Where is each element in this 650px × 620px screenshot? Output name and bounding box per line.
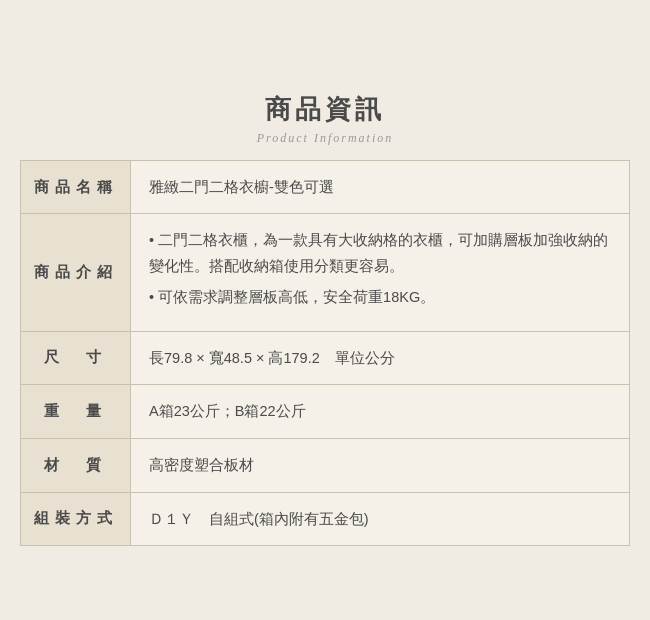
table-row: 商品介紹二門二格衣櫃，為一款具有大收納格的衣櫃，可加購層板加強收納的變化性。搭配…: [21, 214, 630, 331]
row-value: A箱23公斤；B箱22公斤: [131, 385, 630, 439]
row-label: 尺 寸: [21, 331, 131, 385]
table-row: 尺 寸長79.8 × 寬48.5 × 高179.2 單位公分: [21, 331, 630, 385]
product-info-container: 商品資訊 Product Information 商品名稱雅緻二門二格衣櫥-雙色…: [20, 74, 630, 546]
page-subtitle: Product Information: [20, 131, 630, 146]
row-label: 商品介紹: [21, 214, 131, 331]
row-value: 二門二格衣櫃，為一款具有大收納格的衣櫃，可加購層板加強收納的變化性。搭配收納箱使…: [131, 214, 630, 331]
row-label: 商品名稱: [21, 160, 131, 214]
row-label: 材 質: [21, 438, 131, 492]
list-item: 二門二格衣櫃，為一款具有大收納格的衣櫃，可加購層板加強收納的變化性。搭配收納箱使…: [149, 228, 611, 279]
table-row: 組裝方式Ｄ１Ｙ 自組式(箱內附有五金包): [21, 492, 630, 546]
row-value: Ｄ１Ｙ 自組式(箱內附有五金包): [131, 492, 630, 546]
table-row: 材 質高密度塑合板材: [21, 438, 630, 492]
row-label: 重 量: [21, 385, 131, 439]
row-value: 高密度塑合板材: [131, 438, 630, 492]
page-title: 商品資訊: [20, 92, 630, 127]
product-table: 商品名稱雅緻二門二格衣櫥-雙色可選商品介紹二門二格衣櫃，為一款具有大收納格的衣櫃…: [20, 160, 630, 546]
header: 商品資訊 Product Information: [20, 74, 630, 160]
row-label: 組裝方式: [21, 492, 131, 546]
list-item: 可依需求調整層板高低，安全荷重18KG。: [149, 285, 611, 310]
row-value: 雅緻二門二格衣櫥-雙色可選: [131, 160, 630, 214]
row-value: 長79.8 × 寬48.5 × 高179.2 單位公分: [131, 331, 630, 385]
table-row: 商品名稱雅緻二門二格衣櫥-雙色可選: [21, 160, 630, 214]
table-row: 重 量A箱23公斤；B箱22公斤: [21, 385, 630, 439]
